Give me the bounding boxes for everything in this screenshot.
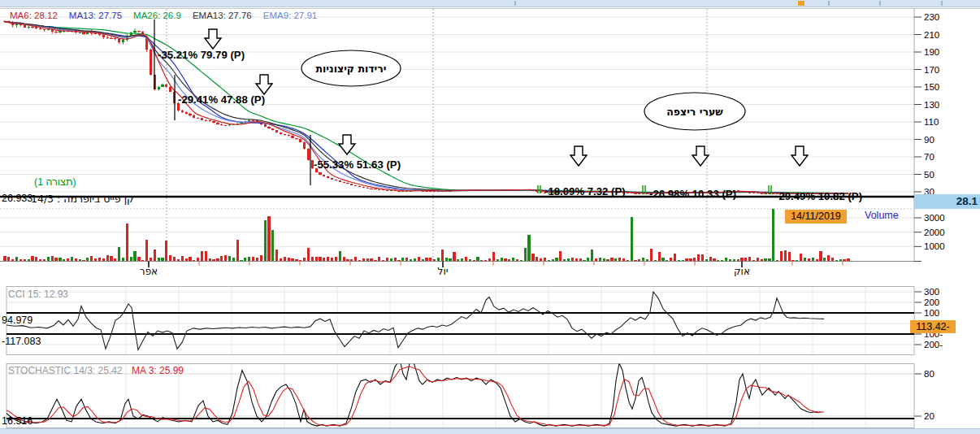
volume-bar <box>248 257 250 261</box>
volume-bar <box>362 258 365 261</box>
volume-bar <box>346 259 349 261</box>
axis-tick-label: 90 <box>924 135 934 145</box>
volume-bar <box>752 260 755 261</box>
volume-bar <box>102 258 105 261</box>
volume-bar <box>252 257 254 261</box>
candle <box>303 142 306 149</box>
price-annotation: -55.33% 51.63 (P) <box>314 158 401 171</box>
volume-bar <box>441 250 444 261</box>
volume-bar <box>689 258 692 261</box>
volume-bar <box>137 257 140 261</box>
down-arrow <box>256 75 272 94</box>
volume-bar <box>339 251 341 261</box>
candle <box>374 189 376 189</box>
candle <box>378 189 380 190</box>
candle <box>307 149 310 160</box>
candle <box>335 180 337 180</box>
volume-bar <box>122 258 124 261</box>
volume-bar <box>405 258 408 261</box>
volume-bar <box>761 259 763 261</box>
axis-tick-label: 210 <box>924 30 939 40</box>
volume-bar <box>764 258 766 261</box>
candle <box>110 38 112 39</box>
candle <box>291 136 293 138</box>
volume-bar <box>433 259 436 261</box>
volume-bar <box>216 258 219 261</box>
volume-bar <box>461 258 463 261</box>
candle <box>197 118 199 119</box>
volume-bar <box>299 260 301 261</box>
volume-bar <box>627 260 629 261</box>
volume-bar <box>181 256 184 261</box>
volume-bar <box>579 258 582 261</box>
volume-label: Volume <box>865 210 899 221</box>
volume-bar <box>622 258 625 261</box>
candle <box>209 120 211 121</box>
volume-bar <box>776 260 778 261</box>
volume-bar <box>544 258 546 261</box>
volume-bar <box>141 260 144 261</box>
candle <box>114 38 116 39</box>
volume-bar <box>831 258 834 261</box>
volume-bar <box>79 259 81 261</box>
candle <box>228 124 231 125</box>
volume-bar <box>631 217 633 261</box>
candle <box>382 189 384 190</box>
current-price-badge: 28.1 <box>914 194 980 209</box>
volume-bar <box>713 258 715 261</box>
volume-bar <box>154 250 156 261</box>
volume-bar <box>531 254 534 261</box>
volume-bar <box>733 259 735 261</box>
down-arrow <box>570 146 587 166</box>
candle <box>327 176 329 178</box>
volume-bar <box>583 260 585 261</box>
volume-bar <box>47 257 50 261</box>
volume-bar <box>729 259 731 261</box>
volume-bar <box>15 257 18 261</box>
candle <box>79 33 81 33</box>
volume-bar <box>193 260 195 261</box>
candle <box>288 135 290 136</box>
candle <box>370 189 372 189</box>
volume-bar <box>808 258 810 261</box>
legend-item: EMA9: 27.91 <box>263 11 317 20</box>
volume-bar <box>256 258 258 261</box>
volume-bar <box>232 258 235 261</box>
volume-bar <box>90 256 93 261</box>
candle <box>165 85 167 88</box>
candle <box>102 35 105 37</box>
candle <box>133 31 136 33</box>
volume-bar <box>7 257 10 261</box>
axis-tick-label: 300 <box>924 287 939 297</box>
stochastic-d-line <box>0 367 824 426</box>
cci-lower-band-value: -117.083 <box>2 336 41 347</box>
volume-bar <box>614 258 617 261</box>
candle <box>35 27 37 28</box>
volume-bar <box>177 259 180 261</box>
candle <box>343 182 345 183</box>
volume-bar <box>721 260 723 261</box>
volume-bar <box>24 259 26 261</box>
volume-bar <box>220 256 223 261</box>
volume-bar <box>638 259 640 261</box>
volume-bar <box>737 259 739 261</box>
volume-bar <box>370 258 372 261</box>
axis-tick-label: 80 <box>924 369 934 379</box>
volume-bar <box>488 258 491 261</box>
volume-bar <box>768 258 770 261</box>
volume-bar <box>350 259 353 261</box>
volume-bar <box>378 257 380 261</box>
volume-bar <box>709 257 712 261</box>
volume-bar <box>654 260 657 261</box>
volume-bar <box>161 258 163 261</box>
bottom-scrollbar[interactable] <box>0 428 980 434</box>
candle <box>284 134 286 135</box>
price-annotation: -18.09% 7.32 (P) <box>544 185 626 197</box>
candle <box>201 118 203 119</box>
volume-bar <box>288 258 290 261</box>
volume-bar <box>35 257 37 261</box>
volume-bar <box>425 258 427 261</box>
volume-bar <box>780 251 783 261</box>
volume-bar <box>145 240 148 262</box>
volume-bar <box>358 260 361 261</box>
